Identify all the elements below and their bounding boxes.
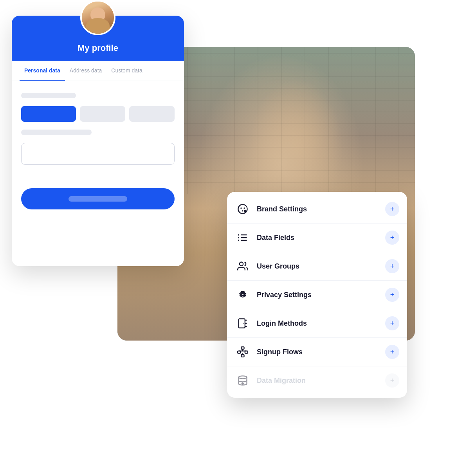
menu-item-brand-settings[interactable]: Brand Settings +: [227, 195, 407, 224]
profile-tabs: Personal data Address data Custom data: [12, 61, 184, 81]
svg-point-10: [240, 262, 243, 266]
menu-item-data-migration: Data Migration +: [227, 366, 407, 395]
door-icon: [235, 316, 251, 331]
user-groups-label: User Groups: [257, 262, 385, 270]
field-btn-3[interactable]: [129, 106, 175, 122]
svg-point-17: [243, 323, 243, 324]
login-methods-label: Login Methods: [257, 319, 385, 328]
privacy-settings-plus[interactable]: +: [385, 288, 399, 302]
svg-rect-16: [239, 319, 245, 328]
login-methods-plus[interactable]: +: [385, 316, 399, 330]
settings-panel: Brand Settings + Data Fields +: [227, 192, 407, 398]
tab-custom-data[interactable]: Custom data: [106, 61, 147, 81]
svg-rect-24: [242, 355, 244, 357]
brand-settings-label: Brand Settings: [257, 205, 385, 213]
data-fields-plus[interactable]: +: [385, 231, 399, 245]
svg-rect-21: [242, 347, 244, 349]
svg-rect-12: [241, 292, 244, 294]
menu-item-user-groups[interactable]: User Groups +: [227, 252, 407, 281]
save-button[interactable]: [21, 188, 175, 209]
palette-icon: [235, 201, 251, 217]
field-label-1: [21, 93, 76, 98]
menu-item-login-methods[interactable]: Login Methods +: [227, 309, 407, 338]
privacy-settings-label: Privacy Settings: [257, 291, 385, 299]
brand-settings-plus[interactable]: +: [385, 202, 399, 216]
data-migration-label: Data Migration: [257, 377, 385, 385]
tab-personal-data[interactable]: Personal data: [20, 61, 65, 81]
avatar: [80, 0, 115, 35]
save-button-label: [69, 196, 127, 202]
profile-body: [12, 81, 184, 221]
field-label-2: [21, 130, 92, 135]
signup-flows-plus[interactable]: +: [385, 345, 399, 359]
data-fields-label: Data Fields: [257, 234, 385, 242]
data-migration-plus: +: [385, 373, 399, 388]
menu-item-privacy-settings[interactable]: Privacy Settings +: [227, 281, 407, 309]
menu-item-data-fields[interactable]: Data Fields +: [227, 224, 407, 252]
profile-card-header: My profile: [12, 16, 184, 61]
database-icon: [235, 373, 251, 388]
text-input-1[interactable]: [21, 143, 175, 165]
profile-card: My profile Personal data Address data Cu…: [12, 16, 184, 266]
svg-point-30: [239, 376, 247, 379]
field-row-1: [21, 106, 175, 122]
menu-item-signup-flows[interactable]: Signup Flows +: [227, 338, 407, 366]
scene: My profile Personal data Address data Cu…: [0, 0, 476, 476]
svg-point-3: [242, 210, 243, 212]
svg-point-1: [240, 207, 242, 209]
users-icon: [235, 258, 251, 274]
spy-icon: [235, 287, 251, 303]
avatar-image: [82, 2, 114, 34]
profile-title: My profile: [20, 43, 176, 53]
user-groups-plus[interactable]: +: [385, 259, 399, 273]
tab-address-data[interactable]: Address data: [65, 61, 107, 81]
list-icon: [235, 230, 251, 245]
field-btn-active[interactable]: [21, 106, 76, 122]
flow-icon: [235, 344, 251, 360]
signup-flows-label: Signup Flows: [257, 348, 385, 356]
svg-point-2: [243, 207, 245, 209]
field-btn-2[interactable]: [80, 106, 125, 122]
